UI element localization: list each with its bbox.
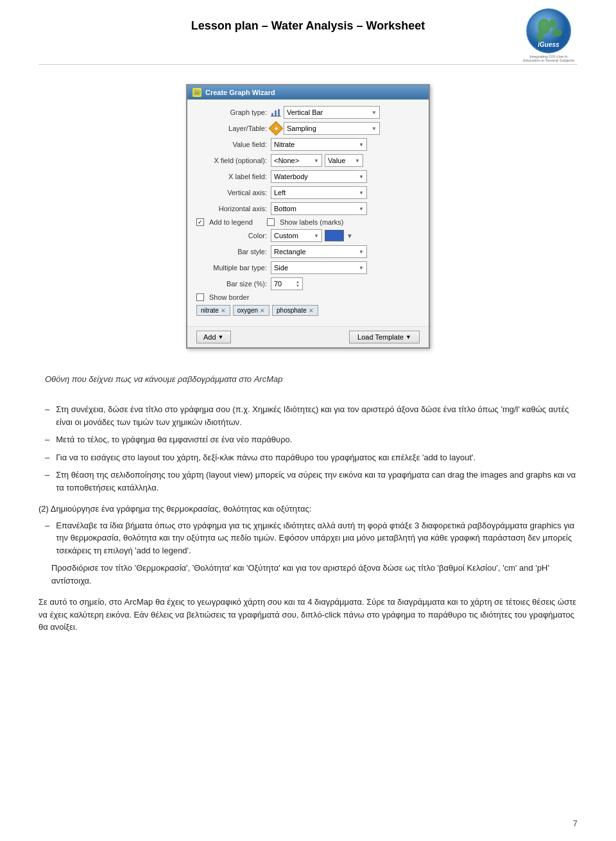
bullet-2-text: Μετά το τέλος, το γράφημα θα εμφανιστεί … <box>56 433 578 446</box>
value-field-label: Value field: <box>196 141 267 148</box>
graph-type-control: Vertical Bar ▼ <box>271 106 420 119</box>
vertical-axis-row: Vertical axis: Left ▼ <box>196 186 420 199</box>
svg-rect-13 <box>275 110 277 116</box>
sub-bullet-1-text: Επανέλαβε τα ίδια βήματα όπως στο γράφημ… <box>56 519 578 557</box>
graph-type-label: Graph type: <box>196 108 267 116</box>
screenshot-container: Create Graph Wizard Graph type: <box>38 84 578 349</box>
dash-3: – <box>45 451 49 464</box>
vertical-axis-select[interactable]: Left ▼ <box>271 186 367 199</box>
bullet-4-text: Στη θέαση της σελιδοποίησης του χάρτη (l… <box>56 469 578 494</box>
x-label-field-control: Waterbody ▼ <box>271 170 420 183</box>
main-content: Create Graph Wizard Graph type: <box>38 78 578 634</box>
remove-nitrate-tag[interactable]: ✕ <box>221 308 226 314</box>
layer-select[interactable]: Sampling ▼ <box>284 122 380 135</box>
bullet-3: – Για να το εισάγεις στο layout του χάρτ… <box>38 451 578 464</box>
load-template-button[interactable]: Load Template ▼ <box>349 331 420 343</box>
bar-size-control: 70 ▲ ▼ <box>271 277 420 290</box>
bullet-1-text: Στη συνέχεια, δώσε ένα τίτλο στο γράφημα… <box>56 403 578 428</box>
show-labels-label: Show labels (marks) <box>280 218 344 226</box>
horizontal-axis-row: Horizontal axis: Bottom ▼ <box>196 202 420 215</box>
color-label: Color: <box>196 232 267 239</box>
wizard-body: Graph type: Vertical Bar <box>187 100 429 326</box>
graph-type-select[interactable]: Vertical Bar ▼ <box>284 106 380 119</box>
sub-dash-1: – <box>45 519 49 557</box>
svg-rect-8 <box>194 91 200 95</box>
horizontal-axis-control: Bottom ▼ <box>271 202 420 215</box>
bar-size-label: Bar size (%): <box>196 280 267 288</box>
numbered-section: (2) Δημιούργησε ένα γράφημα της θερμοκρα… <box>38 503 578 587</box>
graph-type-row: Graph type: Vertical Bar <box>196 106 420 119</box>
wizard-icon <box>193 88 201 97</box>
bar-style-control: Rectangle ▼ <box>271 245 420 258</box>
show-border-label: Show border <box>209 293 249 301</box>
svg-point-1 <box>538 19 551 34</box>
show-border-checkbox[interactable] <box>196 293 204 301</box>
add-dropdown-arrow: ▼ <box>218 334 224 340</box>
page-header: Lesson plan – Water Analysis – Worksheet <box>38 13 578 65</box>
load-dropdown-arrow: ▼ <box>406 334 411 340</box>
svg-point-3 <box>552 29 562 37</box>
multiple-bar-row: Multiple bar type: Side ▼ <box>196 261 420 274</box>
color-arrow: ▼ <box>346 232 353 239</box>
vertical-axis-label: Vertical axis: <box>196 189 267 196</box>
x-label-field-row: X label field: Waterbody ▼ <box>196 170 420 183</box>
tag-phosphate: phosphate ✕ <box>272 305 318 316</box>
final-paragraph: Σε αυτό το σημείο, στο ArcMap θα έχεις τ… <box>38 596 578 634</box>
sub-bullet-2-text: Προσδιόρισε τον τίτλο 'Θερμοκρασία', 'Θο… <box>51 562 578 587</box>
x-field-select[interactable]: <None> ▼ <box>271 154 322 167</box>
x-label-field-label: X label field: <box>196 173 267 180</box>
multiple-bar-label: Multiple bar type: <box>196 264 267 272</box>
layer-table-label: Layer/Table: <box>196 125 267 132</box>
spinner-arrows: ▲ ▼ <box>296 280 300 288</box>
x-label-select[interactable]: Waterbody ▼ <box>271 170 367 183</box>
numbered-header: (2) Δημιούργησε ένα γράφημα της θερμοκρα… <box>38 503 578 516</box>
svg-rect-12 <box>271 113 273 116</box>
show-border-row: Show border <box>196 293 420 301</box>
wizard-title: Create Graph Wizard <box>205 89 275 96</box>
tag-nitrate: nitrate ✕ <box>196 305 230 316</box>
value-field-control: Nitrate ▼ <box>271 138 420 151</box>
dash-1: – <box>45 403 49 428</box>
bullet-2: – Μετά το τέλος, το γράφημα θα εμφανιστε… <box>38 433 578 446</box>
logo-subtitle: Integrating GIS-Use in Education in Seve… <box>523 55 574 62</box>
remove-phosphate-tag[interactable]: ✕ <box>309 308 314 314</box>
sub-bullet-1: – Επανέλαβε τα ίδια βήματα όπως στο γράφ… <box>38 519 578 557</box>
x-field-row: X field (optional): <None> ▼ Value ▼ <box>196 154 420 167</box>
color-row: Color: Custom ▼ ▼ <box>196 229 420 242</box>
tags-row: nitrate ✕ oxygen ✕ phosphate ✕ <box>196 305 420 316</box>
svg-text:iGuess: iGuess <box>538 41 560 48</box>
wizard-titlebar: Create Graph Wizard <box>187 85 429 100</box>
color-select[interactable]: Custom ▼ <box>271 229 322 242</box>
bullet-4: – Στη θέαση της σελιδοποίησης του χάρτη … <box>38 469 578 494</box>
page-footer: 7 <box>573 819 578 828</box>
value-field-select[interactable]: Nitrate ▼ <box>271 138 367 151</box>
layer-table-control: ◆ Sampling ▼ <box>271 122 420 135</box>
add-legend-checkbox[interactable]: ✓ <box>196 218 204 226</box>
svg-point-2 <box>549 19 557 28</box>
horizontal-axis-label: Horizontal axis: <box>196 205 267 212</box>
show-labels-checkbox[interactable] <box>267 218 275 226</box>
bar-size-spinner[interactable]: 70 ▲ ▼ <box>271 277 303 290</box>
layer-table-row: Layer/Table: ◆ Sampling ▼ <box>196 122 420 135</box>
svg-rect-14 <box>278 109 280 116</box>
horizontal-axis-select[interactable]: Bottom ▼ <box>271 202 367 215</box>
vertical-axis-control: Left ▼ <box>271 186 420 199</box>
bar-style-select[interactable]: Rectangle ▼ <box>271 245 367 258</box>
wizard-footer: Add ▼ Load Template ▼ <box>187 326 429 347</box>
bullet-3-text: Για να το εισάγεις στο layout του χάρτη,… <box>56 451 578 464</box>
x-field-label: X field (optional): <box>196 157 267 164</box>
body-text-section: – Στη συνέχεια, δώσε ένα τίτλο στο γράφη… <box>38 403 578 634</box>
remove-oxygen-tag[interactable]: ✕ <box>260 308 265 314</box>
multiple-bar-control: Side ▼ <box>271 261 420 274</box>
multiple-bar-select[interactable]: Side ▼ <box>271 261 367 274</box>
x-field-select2[interactable]: Value ▼ <box>325 154 363 167</box>
add-button[interactable]: Add ▼ <box>196 331 231 343</box>
sub-bullet-2: Προσδιόρισε τον τίτλο 'Θερμοκρασία', 'Θο… <box>38 562 578 587</box>
tag-oxygen: oxygen ✕ <box>233 305 270 316</box>
legend-labels-row: ✓ Add to legend Show labels (marks) <box>196 218 420 226</box>
bar-style-row: Bar style: Rectangle ▼ <box>196 245 420 258</box>
color-swatch[interactable] <box>325 230 344 241</box>
value-field-row: Value field: Nitrate ▼ <box>196 138 420 151</box>
logo-area: iGuess Integrating GIS-Use in Education … <box>520 13 578 58</box>
dash-2: – <box>45 433 49 446</box>
